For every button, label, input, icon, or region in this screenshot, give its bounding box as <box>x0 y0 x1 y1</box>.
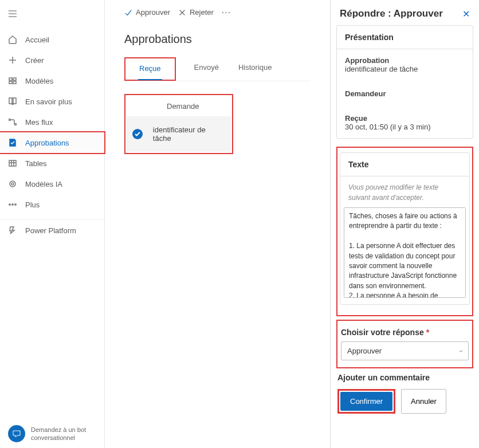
home-icon <box>8 35 17 44</box>
svg-point-16 <box>11 183 14 185</box>
choice-label: Choisir votre réponse* <box>340 323 470 341</box>
sidebar-item-label: Modèles IA <box>25 180 62 188</box>
sidebar-item-label: Mes flux <box>25 118 53 127</box>
sidebar-item-creer[interactable]: Créer <box>0 50 104 70</box>
tab-received[interactable]: Reçue <box>138 58 162 80</box>
sidebar-item-learn[interactable]: En savoir plus <box>0 91 104 112</box>
page-title: Approbations <box>124 33 311 46</box>
tab-history[interactable]: Historique <box>237 57 273 81</box>
approval-label: Approbation <box>345 56 465 65</box>
sidebar-item-flows[interactable]: Mes flux <box>0 112 104 132</box>
approval-value: identificateur de tâche <box>345 65 465 73</box>
overflow-menu[interactable]: ··· <box>222 8 231 17</box>
received-value: 30 oct, 01:50 (il y a 3 min) <box>345 123 465 131</box>
svg-point-15 <box>10 181 15 187</box>
panel-footer: Confirmer Annuler <box>336 384 473 416</box>
sidebar-item-label: Modèles <box>25 77 53 85</box>
action-bar: Approuver Rejeter ··· <box>124 8 311 17</box>
request-row[interactable]: identificateur de tâche <box>127 116 231 152</box>
templates-icon <box>8 76 17 85</box>
book-icon <box>8 97 17 106</box>
tab-sent[interactable]: Envoyé <box>193 57 220 81</box>
sidebar-item-modeles[interactable]: Modèles <box>0 70 104 91</box>
tabs: Reçue Envoyé Historique <box>124 57 311 81</box>
svg-rect-6 <box>13 78 16 80</box>
confirm-button[interactable]: Confirmer <box>340 392 392 411</box>
request-label: identificateur de tâche <box>153 125 225 143</box>
sidebar-item-ai[interactable]: Modèles IA <box>0 174 104 194</box>
sidebar-item-label: En savoir plus <box>25 97 72 106</box>
cancel-button[interactable]: Annuler <box>401 389 446 414</box>
text-header: Texte <box>340 153 469 176</box>
svg-point-10 <box>15 124 17 125</box>
svg-rect-11 <box>9 160 16 166</box>
sidebar-item-tables[interactable]: Tables <box>0 153 104 174</box>
request-column-header: Demande <box>127 96 231 116</box>
sidebar-item-label: Tables <box>25 159 47 168</box>
reject-action[interactable]: Rejeter <box>178 8 214 17</box>
text-card: Texte Vous pouvez modifier le texte suiv… <box>340 152 470 305</box>
more-icon <box>8 200 17 209</box>
svg-point-17 <box>9 204 10 205</box>
power-platform-icon <box>8 226 17 235</box>
close-icon[interactable]: ✕ <box>462 9 470 19</box>
sidebar-item-power-platform[interactable]: Power Platform <box>0 220 104 241</box>
select-value: Approuver <box>347 347 382 355</box>
received-label: Reçue <box>345 114 465 123</box>
sidebar-item-approbations[interactable]: Approbations <box>0 132 104 153</box>
hamburger-menu[interactable] <box>0 5 104 25</box>
flow-icon <box>8 117 17 127</box>
chatbot-icon <box>8 425 25 442</box>
svg-rect-8 <box>13 81 16 84</box>
chevron-down-icon: › <box>457 350 465 352</box>
requester-label: Demandeur <box>345 89 465 98</box>
svg-rect-5 <box>9 78 12 80</box>
svg-point-18 <box>12 204 13 205</box>
approve-action[interactable]: Approuver <box>124 8 170 17</box>
chatbot-text: Demandez à un bot conversationnel <box>31 426 86 442</box>
presentation-card: Présentation Approbation identificateur … <box>336 25 473 139</box>
sidebar-item-label: Power Platform <box>25 226 76 235</box>
response-select[interactable]: Approuver › <box>341 341 469 360</box>
approval-icon <box>8 138 17 147</box>
sidebar: Accueil Créer Modèles En savoir plus Mes… <box>0 0 105 448</box>
sidebar-item-more[interactable]: Plus <box>0 194 104 215</box>
main-content: Approuver Rejeter ··· Approbations Reçue… <box>105 0 330 448</box>
helper-text: Vous pouvez modifier le texte suivant av… <box>340 176 469 207</box>
x-icon <box>178 9 186 17</box>
panel-title: Répondre : Approuver <box>340 8 443 19</box>
svg-point-19 <box>15 204 16 205</box>
sidebar-item-label: Créer <box>25 56 44 65</box>
svg-point-9 <box>9 119 11 121</box>
plus-icon <box>8 56 17 65</box>
comment-label: Ajouter un commentaire <box>336 368 473 384</box>
svg-rect-7 <box>9 81 12 84</box>
sidebar-item-label: Accueil <box>25 36 49 44</box>
presentation-header: Présentation <box>337 26 473 49</box>
ai-icon <box>8 179 17 188</box>
response-panel: Répondre : Approuver ✕ Présentation Appr… <box>330 0 479 448</box>
check-icon <box>124 9 132 17</box>
selected-check-icon <box>132 129 143 139</box>
sidebar-item-label: Plus <box>25 201 40 209</box>
sidebar-item-label: Approbations <box>25 139 69 147</box>
response-textarea[interactable] <box>344 207 466 298</box>
sidebar-item-accueil[interactable]: Accueil <box>0 29 104 50</box>
chatbot-prompt[interactable]: Demandez à un bot conversationnel <box>0 419 104 448</box>
table-icon <box>8 159 17 168</box>
